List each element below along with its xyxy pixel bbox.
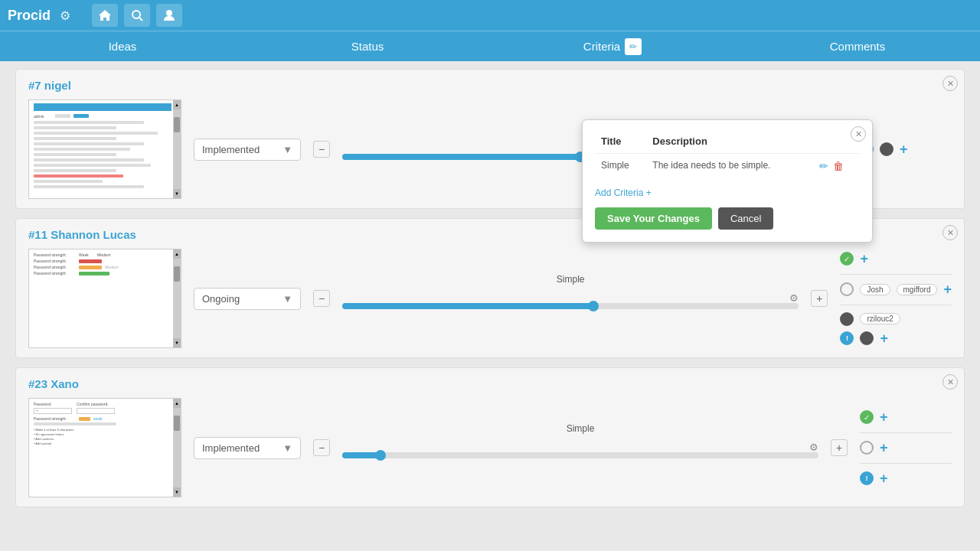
actions-area-2: ✓ + Josh mgifford + rzilouc2 !	[840, 251, 952, 347]
criteria-delete-btn[interactable]: 🗑	[833, 160, 844, 172]
add-btn-3b[interactable]: +	[880, 440, 888, 456]
user-tag-mgifford: mgifford	[897, 284, 938, 295]
slider-label-3: Simple	[567, 423, 595, 434]
idea-card-3: ✕ #23 Xano Password: ** Confirm password…	[15, 367, 965, 507]
dot-icon-1	[880, 142, 893, 156]
slider-label-2: Simple	[557, 274, 585, 285]
thumb-scroll-down-2[interactable]: ▼	[173, 338, 181, 347]
user-tag-rzilouc2: rzilouc2	[860, 313, 900, 324]
circle-3	[860, 441, 874, 455]
check-icon-2: ✓	[840, 252, 854, 266]
dropdown-arrow-3: ▼	[283, 442, 292, 454]
nav-criteria[interactable]: Criteria ✏	[490, 31, 735, 61]
info-icon-3: !	[860, 471, 874, 485]
action-row-circle-3: +	[860, 440, 952, 456]
action-row-check-2: ✓ +	[840, 251, 952, 267]
slider-track-2[interactable]	[342, 303, 799, 309]
slider-minus-1[interactable]: −	[313, 141, 330, 158]
idea-title-3: #23 Xano	[28, 377, 952, 390]
svg-line-1	[139, 18, 142, 21]
save-changes-btn[interactable]: Save Your Changes	[595, 207, 712, 230]
dot-icon-2	[860, 331, 874, 345]
search-button[interactable]	[124, 4, 150, 27]
slider-settings-3[interactable]: ⚙	[809, 442, 818, 453]
add-criteria-link[interactable]: Add Criteria +	[595, 187, 860, 198]
cancel-btn[interactable]: Cancel	[718, 207, 773, 230]
status-dropdown-1[interactable]: Implemented ▼	[194, 139, 301, 161]
info-icon-2: !	[840, 331, 854, 345]
app-title: Procid	[8, 8, 51, 24]
svg-point-2	[166, 10, 172, 16]
add-btn-2b[interactable]: +	[943, 282, 952, 298]
gear-icon[interactable]: ⚙	[60, 8, 70, 23]
thumb-scroll-up-1[interactable]: ▲	[173, 100, 181, 109]
action-row-info-3: ! +	[860, 471, 952, 487]
svg-point-0	[132, 11, 140, 18]
nav-comments[interactable]: Comments	[735, 31, 980, 61]
add-btn-2a[interactable]: +	[860, 251, 868, 267]
slider-fill-2	[342, 303, 593, 309]
thumb-scroll-up-3[interactable]: ▲	[173, 399, 181, 408]
circle-2	[840, 282, 854, 296]
slider-handle-3[interactable]	[375, 450, 386, 461]
dot-2	[840, 312, 854, 326]
col-title: Title	[595, 132, 646, 154]
criteria-actions: ✏ 🗑	[819, 160, 854, 172]
thumb-scroll-down-3[interactable]: ▼	[173, 487, 181, 497]
thumb-scroll-down-1[interactable]: ▼	[173, 189, 181, 198]
thumb-scroll-up-2[interactable]: ▲	[173, 249, 181, 259]
actions-area-1: ! +	[860, 142, 952, 158]
slider-plus-3[interactable]: +	[831, 439, 848, 456]
status-dropdown-3[interactable]: Implemented ▼	[194, 437, 301, 459]
slider-wrapper-3: Simple ⚙	[342, 437, 818, 458]
dropdown-arrow-2: ▼	[283, 293, 292, 305]
status-dropdown-2[interactable]: Ongoing ▼	[194, 288, 301, 310]
slider-handle-2[interactable]	[588, 301, 599, 311]
nav-ideas[interactable]: Ideas	[0, 31, 245, 61]
slider-track-3[interactable]	[342, 452, 818, 458]
action-row-info-1: ! +	[860, 142, 952, 158]
idea-thumbnail-3: Password: ** Confirm password: Password …	[28, 398, 181, 497]
add-btn-3a[interactable]: +	[880, 409, 888, 425]
action-row-info-2: ! +	[840, 331, 952, 347]
slider-settings-2[interactable]: ⚙	[789, 292, 799, 304]
action-row-users-2: Josh mgifford +	[840, 282, 952, 298]
nav-bar: Ideas Status Criteria ✏ Comments	[0, 31, 980, 61]
col-description: Description	[646, 132, 812, 154]
check-icon-3: ✓	[860, 410, 874, 424]
add-btn-2c[interactable]: +	[880, 331, 888, 347]
slider-plus-2[interactable]: +	[811, 290, 828, 307]
user-tag-josh: Josh	[860, 284, 890, 295]
popup-actions: Save Your Changes Cancel	[595, 207, 860, 230]
criteria-popup: ✕ Title Description Simple The idea need…	[582, 119, 873, 243]
slider-minus-3[interactable]: −	[313, 439, 330, 456]
criteria-description: The idea needs to be simple.	[646, 154, 812, 179]
slider-fill-1	[342, 154, 580, 160]
action-row-rzilouc2: rzilouc2	[840, 312, 952, 326]
criteria-edit-icon[interactable]: ✏	[625, 38, 642, 55]
slider-minus-2[interactable]: −	[313, 290, 330, 307]
add-btn-1[interactable]: +	[900, 142, 908, 158]
home-button[interactable]	[92, 4, 118, 27]
criteria-edit-btn[interactable]: ✏	[819, 160, 828, 172]
idea-thumbnail-1: admin	[28, 99, 181, 199]
idea-thumbnail-2: Password strength: Weak Medium Password …	[28, 249, 181, 348]
idea-title-1: #7 nigel	[28, 79, 952, 92]
top-bar: Procid ⚙	[0, 0, 980, 31]
user-button[interactable]	[156, 4, 182, 27]
close-card-3[interactable]: ✕	[942, 374, 958, 390]
nav-status[interactable]: Status	[245, 31, 490, 61]
actions-area-3: ✓ + + ! +	[860, 409, 952, 487]
criteria-row-1: Simple The idea needs to be simple. ✏ 🗑	[595, 154, 860, 179]
action-row-check-3: ✓ +	[860, 409, 952, 425]
criteria-table: Title Description Simple The idea needs …	[595, 132, 860, 178]
dropdown-arrow-1: ▼	[283, 144, 292, 155]
criteria-title: Simple	[595, 154, 646, 179]
main-content: ✕ #7 nigel admin	[0, 61, 980, 551]
add-btn-3c[interactable]: +	[880, 471, 888, 487]
popup-close-btn[interactable]: ✕	[851, 126, 866, 142]
close-card-2[interactable]: ✕	[942, 225, 958, 240]
close-card-1[interactable]: ✕	[942, 76, 958, 91]
slider-wrapper-2: Simple ⚙	[342, 288, 799, 309]
